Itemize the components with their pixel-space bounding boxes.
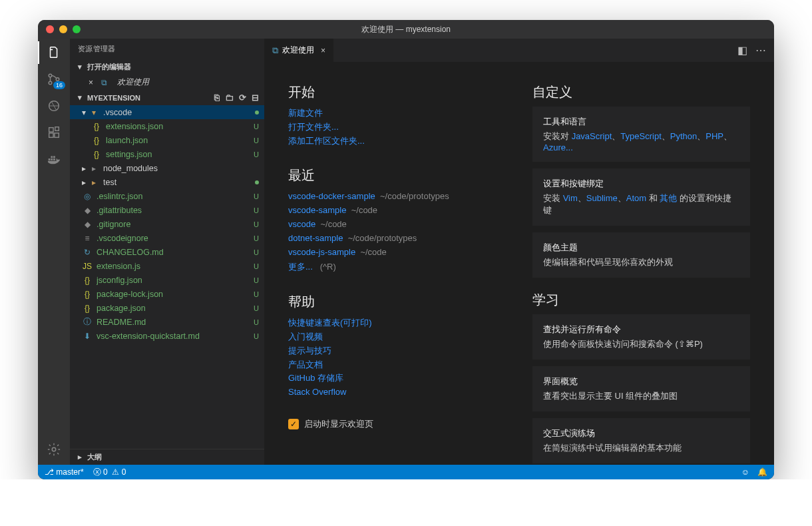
help-link[interactable]: 提示与技巧 xyxy=(288,344,506,358)
chevron-down-icon: ▾ xyxy=(78,93,85,102)
git-status: U xyxy=(254,123,259,131)
open-editor-item[interactable]: × ⧉ 欢迎使用 xyxy=(70,75,264,90)
close-icon[interactable]: × xyxy=(321,46,325,55)
outline-header[interactable]: ▸ 大纲 xyxy=(70,449,264,465)
card-body: 使用命令面板快速访问和搜索命令 (⇧⌘P) xyxy=(543,338,739,350)
tool-link[interactable]: JavaScript xyxy=(572,131,612,141)
card-keybindings[interactable]: 设置和按键绑定 安装 Vim、Sublime、Atom 和 其他 的设置和快捷键 xyxy=(532,168,750,226)
file-name: test xyxy=(103,178,251,187)
file-row[interactable]: {}jsconfig.jsonU xyxy=(70,273,264,287)
recent-project-link[interactable]: vscode-sample xyxy=(288,205,346,215)
start-link[interactable]: 打开文件夹... xyxy=(288,121,506,134)
card-title: 查找并运行所有命令 xyxy=(543,324,739,336)
start-link[interactable]: 新建文件 xyxy=(288,107,506,121)
open-editors-header[interactable]: ▾ 打开的编辑器 xyxy=(70,59,264,75)
card-tools[interactable]: 工具和语言 安装对 JavaScript、TypeScript、Python、P… xyxy=(532,107,750,162)
folder-row[interactable]: ▸▸node_modules xyxy=(70,161,264,175)
bell-icon[interactable]: 🔔 xyxy=(757,467,767,477)
extensions-icon[interactable] xyxy=(45,124,63,141)
refresh-icon[interactable]: ⟳ xyxy=(239,93,246,103)
recent-project-link[interactable]: dotnet-sample xyxy=(288,233,343,243)
folder-header[interactable]: ▾ MYEXTENSION ⎘ 🗀 ⟳ ⊟ xyxy=(70,90,264,105)
file-row[interactable]: ◎.eslintrc.jsonU xyxy=(70,189,264,203)
file-row[interactable]: ≡.vscodeignoreU xyxy=(70,231,264,245)
card-ui-overview[interactable]: 界面概览 查看突出显示主要 UI 组件的叠加图 xyxy=(532,366,750,411)
help-link[interactable]: 入门视频 xyxy=(288,330,506,344)
file-row[interactable]: ◆.gitignoreU xyxy=(70,217,264,231)
problems-status[interactable]: ⓧ 0 ⚠ 0 xyxy=(93,467,126,478)
recent-more-hint: (^R) xyxy=(320,262,336,272)
folder-row[interactable]: ▸▸test xyxy=(70,175,264,189)
titlebar: 欢迎使用 — myextension xyxy=(38,20,774,39)
chevron-right-icon: ▸ xyxy=(78,453,85,461)
vscode-file-icon: ⧉ xyxy=(272,45,278,56)
editor-area: ⧉ 欢迎使用 × ◧ ⋯ 开始 新建文件打开文件夹...添加工作区文件夹... xyxy=(264,39,774,465)
help-link[interactable]: Stack Overflow xyxy=(288,386,506,399)
git-status: U xyxy=(254,206,259,214)
collapse-icon[interactable]: ⊟ xyxy=(252,93,259,103)
close-icon[interactable]: × xyxy=(89,78,93,87)
debug-icon[interactable] xyxy=(45,97,63,115)
folder-row[interactable]: ▾▾.vscode xyxy=(70,105,264,119)
card-playground[interactable]: 交互式演练场 在简短演练中试用编辑器的基本功能 xyxy=(532,418,750,463)
git-status: U xyxy=(254,332,259,340)
file-row[interactable]: JSextension.jsU xyxy=(70,259,264,273)
tool-link[interactable]: TypeScript xyxy=(620,131,661,141)
tab-welcome[interactable]: ⧉ 欢迎使用 × xyxy=(264,39,334,62)
file-name: package-lock.json xyxy=(97,290,250,299)
git-status: U xyxy=(254,150,259,158)
file-row[interactable]: {}package.jsonU xyxy=(70,301,264,315)
recent-project-path: ~/code xyxy=(351,205,377,215)
start-link[interactable]: 添加工作区文件夹... xyxy=(288,134,506,148)
docker-icon[interactable] xyxy=(45,150,63,168)
card-title: 界面概览 xyxy=(543,376,739,388)
new-file-icon[interactable]: ⎘ xyxy=(214,93,220,103)
scm-badge: 16 xyxy=(53,81,65,89)
recent-more-link[interactable]: 更多... xyxy=(288,262,313,272)
keymap-link[interactable]: Atom xyxy=(626,193,646,203)
card-theme[interactable]: 颜色主题 使编辑器和代码呈现你喜欢的外观 xyxy=(532,232,750,278)
keymap-link[interactable]: Sublime xyxy=(586,193,618,203)
file-row[interactable]: {}launch.jsonU xyxy=(70,133,264,147)
editor-actions: ◧ ⋯ xyxy=(737,39,774,62)
branch-status[interactable]: ⎇ master* xyxy=(45,467,84,477)
file-row[interactable]: {}package-lock.jsonU xyxy=(70,287,264,301)
activitybar: 16 xyxy=(38,39,70,465)
tool-link[interactable]: PHP xyxy=(706,131,723,141)
file-name: .eslintrc.json xyxy=(97,192,250,201)
git-status: U xyxy=(254,192,259,200)
file-row[interactable]: ↻CHANGELOG.mdU xyxy=(70,245,264,259)
file-row[interactable]: ⬇vsc-extension-quickstart.mdU xyxy=(70,329,264,343)
card-commands[interactable]: 查找并运行所有命令 使用命令面板快速访问和搜索命令 (⇧⌘P) xyxy=(532,314,750,360)
more-icon[interactable]: ⋯ xyxy=(755,44,766,57)
file-row[interactable]: ◆.gitattributesU xyxy=(70,203,264,217)
svg-rect-5 xyxy=(49,133,53,137)
file-icon: {} xyxy=(82,290,93,299)
recent-project-link[interactable]: vscode-docker-sample xyxy=(288,191,375,201)
keys-other-link[interactable]: 其他 xyxy=(660,193,677,203)
card-body: 在简短演练中试用编辑器的基本功能 xyxy=(543,442,739,454)
welcome-left: 开始 新建文件打开文件夹...添加工作区文件夹... 最近 vscode-doc… xyxy=(288,81,506,446)
help-link[interactable]: GitHub 存储库 xyxy=(288,372,506,386)
recent-project-link[interactable]: vscode-js-sample xyxy=(288,247,355,257)
checkbox-checked-icon[interactable]: ✓ xyxy=(288,419,299,429)
file-row[interactable]: {}extensions.jsonU xyxy=(70,119,264,133)
new-folder-icon[interactable]: 🗀 xyxy=(225,93,234,103)
help-link[interactable]: 产品文档 xyxy=(288,358,506,372)
file-row[interactable]: ⓘREADME.mdU xyxy=(70,315,264,329)
settings-gear-icon[interactable] xyxy=(45,441,63,458)
tool-link[interactable]: Python xyxy=(670,131,697,141)
show-welcome-checkbox[interactable]: ✓ 启动时显示欢迎页 xyxy=(288,418,506,430)
keymap-link[interactable]: Vim xyxy=(563,193,578,203)
help-link[interactable]: 快捷键速查表(可打印) xyxy=(288,316,506,330)
recent-project-link[interactable]: vscode xyxy=(288,219,315,229)
feedback-icon[interactable]: ☺ xyxy=(741,467,749,477)
file-row[interactable]: {}settings.jsonU xyxy=(70,147,264,161)
scm-icon[interactable]: 16 xyxy=(45,71,63,88)
learn-heading: 学习 xyxy=(532,291,750,309)
explorer-icon[interactable] xyxy=(45,44,63,61)
split-editor-icon[interactable]: ◧ xyxy=(737,44,747,57)
editor-tabs: ⧉ 欢迎使用 × ◧ ⋯ xyxy=(264,39,774,62)
tool-link[interactable]: Azure... xyxy=(543,142,573,152)
git-status: U xyxy=(254,262,259,270)
